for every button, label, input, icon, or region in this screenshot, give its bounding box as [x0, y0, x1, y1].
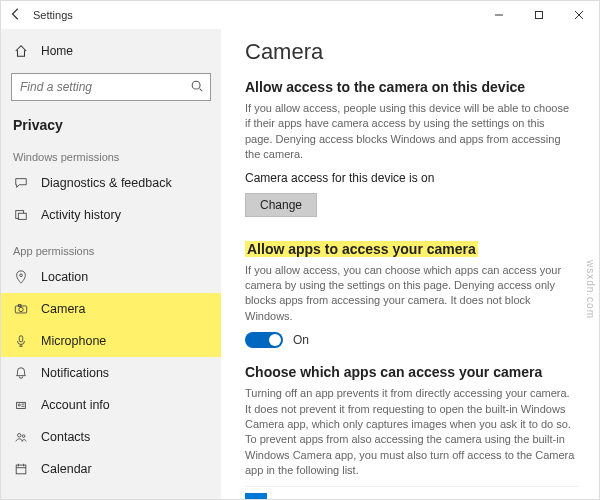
- svg-rect-19: [16, 465, 26, 474]
- camera-icon: [13, 302, 29, 316]
- sidebar-item-account[interactable]: Account info: [1, 389, 221, 421]
- svg-point-8: [20, 274, 23, 277]
- content-pane[interactable]: Camera Allow access to the camera on thi…: [221, 29, 599, 499]
- home-nav[interactable]: Home: [1, 35, 221, 67]
- sidebar-item-diagnostics[interactable]: Diagnostics & feedback: [1, 167, 221, 199]
- window-title: Settings: [33, 9, 73, 21]
- page-title: Camera: [245, 39, 579, 65]
- search-icon: [190, 79, 204, 96]
- sidebar: Home Privacy Windows permissions Diagnos…: [1, 29, 221, 499]
- sidebar-item-camera[interactable]: Camera: [1, 293, 221, 325]
- sidebar-item-activity[interactable]: Activity history: [1, 199, 221, 231]
- sidebar-item-notifications[interactable]: Notifications: [1, 357, 221, 389]
- section2-body: If you allow access, you can choose whic…: [245, 263, 575, 325]
- section3-heading: Choose which apps can access your camera: [245, 364, 579, 380]
- section1-heading: Allow access to the camera on this devic…: [245, 79, 579, 95]
- camera-access-status: Camera access for this device is on: [245, 171, 579, 185]
- sidebar-item-label: Activity history: [41, 208, 121, 222]
- sidebar-item-label: Microphone: [41, 334, 106, 348]
- svg-rect-7: [18, 213, 26, 219]
- feedback-icon: [13, 176, 29, 190]
- titlebar: Settings: [1, 1, 599, 29]
- sidebar-item-label: Account info: [41, 398, 110, 412]
- sidebar-item-label: Camera: [41, 302, 85, 316]
- maximize-button[interactable]: [519, 1, 559, 29]
- sidebar-item-calendar[interactable]: Calendar: [1, 453, 221, 485]
- change-button[interactable]: Change: [245, 193, 317, 217]
- back-icon[interactable]: [9, 7, 23, 23]
- group-windows-permissions: Windows permissions: [1, 137, 221, 167]
- sidebar-item-microphone[interactable]: Microphone: [1, 325, 221, 357]
- allow-apps-toggle[interactable]: [245, 332, 283, 348]
- sidebar-item-contacts[interactable]: Contacts: [1, 421, 221, 453]
- bell-icon: [13, 366, 29, 380]
- account-icon: [13, 398, 29, 412]
- search-box[interactable]: [11, 73, 211, 101]
- search-input[interactable]: [12, 74, 210, 100]
- svg-line-5: [200, 89, 203, 92]
- watermark: wsxdn.com: [585, 260, 596, 319]
- toggle-label: On: [293, 333, 309, 347]
- sidebar-item-label: Notifications: [41, 366, 109, 380]
- section3-body: Turning off an app prevents it from dire…: [245, 386, 575, 478]
- minimize-button[interactable]: [479, 1, 519, 29]
- app-row-3dviewer[interactable]: 3D Viewer: [245, 486, 579, 499]
- svg-rect-1: [536, 12, 543, 19]
- sidebar-item-label: Diagnostics & feedback: [41, 176, 172, 190]
- section1-body: If you allow access, people using this d…: [245, 101, 575, 163]
- contacts-icon: [13, 430, 29, 444]
- section2-heading: Allow apps to access your camera: [245, 241, 579, 257]
- sidebar-item-label: Contacts: [41, 430, 90, 444]
- svg-point-18: [22, 435, 25, 438]
- microphone-icon: [13, 334, 29, 348]
- app-name: 3D Viewer: [277, 497, 332, 499]
- svg-point-14: [18, 404, 20, 406]
- activity-icon: [13, 208, 29, 222]
- location-icon: [13, 270, 29, 284]
- svg-point-10: [19, 307, 23, 311]
- svg-point-4: [192, 81, 200, 89]
- svg-rect-12: [19, 336, 23, 342]
- sidebar-item-location[interactable]: Location: [1, 261, 221, 293]
- home-label: Home: [41, 44, 73, 58]
- group-app-permissions: App permissions: [1, 231, 221, 261]
- app-icon: [245, 493, 267, 499]
- close-button[interactable]: [559, 1, 599, 29]
- calendar-icon: [13, 462, 29, 476]
- home-icon: [13, 44, 29, 58]
- section-title: Privacy: [1, 107, 221, 137]
- sidebar-item-label: Location: [41, 270, 88, 284]
- sidebar-item-label: Calendar: [41, 462, 92, 476]
- svg-point-17: [18, 434, 22, 438]
